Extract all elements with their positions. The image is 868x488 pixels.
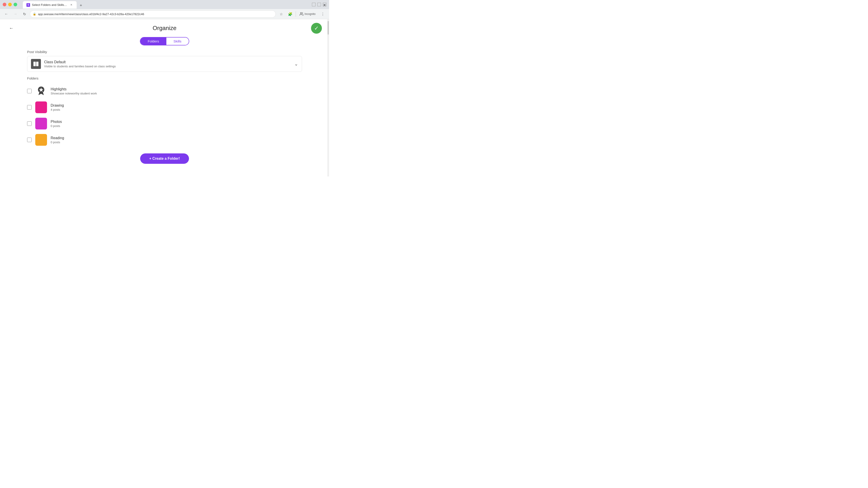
create-folder-section: + Create a Folder! (27, 153, 302, 164)
lock-icon: 🔒 (33, 12, 36, 15)
tab-close-btn[interactable]: ✕ (69, 3, 73, 7)
reading-folder-text: Reading 0 posts (51, 136, 302, 144)
incognito-label: Incognito (305, 12, 315, 15)
url-text: app.seesaw.me/#/item/new/class/class.e01… (38, 12, 273, 16)
list-item: Reading 0 posts (27, 132, 302, 148)
folders-tab[interactable]: Folders (141, 37, 166, 45)
visibility-text: Class Default Visible to students and fa… (44, 60, 294, 68)
new-tab-btn[interactable]: + (78, 2, 84, 8)
tab-switcher: Folders Skills (0, 37, 329, 45)
active-tab[interactable]: S Select Folders and Skills - Sees... ✕ (23, 1, 77, 8)
photos-folder-name: Photos (51, 120, 302, 124)
tab-group: Folders Skills (140, 37, 189, 45)
visibility-dropdown[interactable]: Class Default Visible to students and fa… (27, 56, 302, 72)
confirm-btn[interactable]: ✓ (311, 23, 322, 34)
check-icon: ✓ (314, 25, 319, 31)
reading-folder-meta: 0 posts (51, 140, 302, 144)
chevron-down-icon: ⌄ (294, 61, 298, 67)
drawing-folder-meta: 4 posts (51, 108, 302, 111)
title-bar: S Select Folders and Skills - Sees... ✕ … (0, 0, 329, 9)
divider (296, 11, 296, 17)
incognito-badge: Incognito (298, 11, 317, 17)
svg-rect-2 (36, 62, 38, 66)
page-header: ← Organize ✓ (0, 19, 329, 35)
menu-btn[interactable]: ⋮ (319, 10, 327, 18)
tab-strip: S Select Folders and Skills - Sees... ✕ … (20, 0, 87, 8)
restore-btn[interactable] (317, 3, 321, 6)
drawing-folder-name: Drawing (51, 103, 302, 107)
reading-checkbox[interactable] (27, 138, 32, 142)
photos-folder-icon (35, 118, 47, 129)
highlights-folder-text: Highlights Showcase noteworthy student w… (51, 87, 302, 95)
create-folder-btn[interactable]: + Create a Folder! (140, 153, 189, 164)
reading-folder-icon (35, 134, 47, 146)
reading-folder-name: Reading (51, 136, 302, 140)
extensions-btn[interactable]: 🧩 (287, 10, 294, 18)
photos-folder-text: Photos 0 posts (51, 120, 302, 128)
drawing-checkbox[interactable] (27, 105, 32, 109)
svg-rect-1 (33, 62, 36, 66)
book-icon (33, 61, 39, 67)
highlights-folder-name: Highlights (51, 87, 302, 91)
folders-section-label: Folders (27, 76, 302, 80)
nav-bar: ← → ↻ 🔒 app.seesaw.me/#/item/new/class/c… (0, 9, 329, 19)
scrollbar-thumb[interactable] (328, 21, 329, 35)
photos-folder-meta: 0 posts (51, 124, 302, 128)
photos-checkbox[interactable] (27, 121, 32, 126)
page-back-btn[interactable]: ← (7, 24, 16, 32)
list-item: Photos 0 posts (27, 116, 302, 132)
highlights-checkbox[interactable] (27, 89, 32, 93)
star-ribbon-icon (35, 85, 47, 97)
drawing-folder-text: Drawing 4 posts (51, 103, 302, 111)
highlights-folder-meta: Showcase noteworthy student work (51, 92, 302, 95)
page-title: Organize (153, 25, 177, 32)
list-item: Highlights Showcase noteworthy student w… (27, 83, 302, 99)
visibility-icon (31, 59, 41, 69)
visibility-subtitle: Visible to students and families based o… (44, 65, 294, 68)
tab-title: Select Folders and Skills - Sees... (32, 3, 68, 6)
forward-btn[interactable]: → (12, 10, 19, 18)
browser-chrome: S Select Folders and Skills - Sees... ✕ … (0, 0, 329, 19)
close-btn[interactable]: ✕ (323, 3, 327, 6)
window-controls (3, 3, 17, 6)
back-btn[interactable]: ← (3, 10, 10, 18)
bookmark-btn[interactable]: ☆ (278, 10, 285, 18)
list-item: Drawing 4 posts (27, 99, 302, 116)
maximize-window-btn[interactable] (13, 3, 17, 6)
visibility-title: Class Default (44, 60, 294, 64)
post-visibility-label: Post Visibility (27, 50, 302, 54)
drawing-folder-icon (35, 101, 47, 113)
close-window-btn[interactable] (3, 3, 6, 6)
highlights-folder-icon (35, 85, 47, 97)
content-area: Post Visibility Class Default Visible to… (0, 50, 329, 164)
main-content: ← Organize ✓ Folders Skills Post Visibil… (0, 19, 329, 176)
address-bar[interactable]: 🔒 app.seesaw.me/#/item/new/class/class.e… (30, 10, 276, 18)
minimize-window-btn[interactable] (8, 3, 12, 6)
refresh-btn[interactable]: ↻ (21, 10, 28, 18)
minimize-btn[interactable] (312, 3, 315, 6)
svg-point-0 (301, 12, 302, 14)
tab-favicon: S (26, 3, 30, 7)
scrollbar[interactable] (327, 19, 329, 176)
skills-tab[interactable]: Skills (166, 37, 189, 45)
